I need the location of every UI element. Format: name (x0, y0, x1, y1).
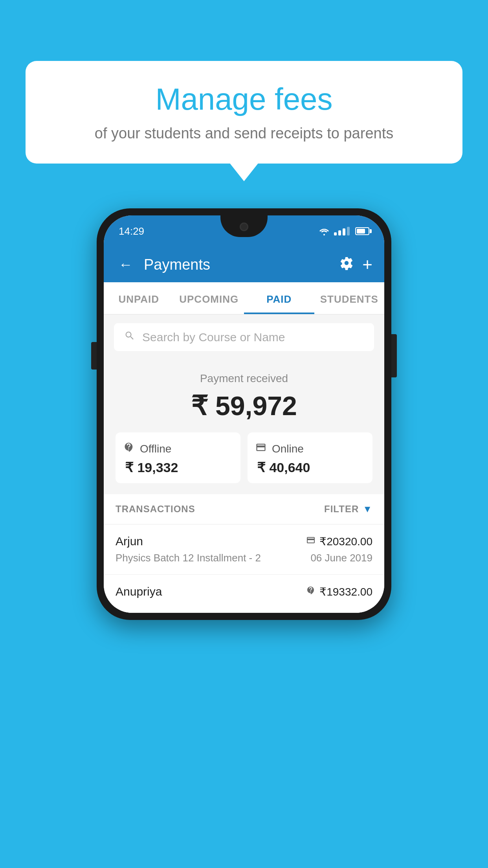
tab-paid[interactable]: PAID (244, 282, 314, 314)
notch-camera (240, 223, 248, 231)
transaction-bottom: Physics Batch 12 Installment - 2 06 June… (116, 552, 372, 564)
notch-cutout (220, 215, 268, 237)
transaction-amount: ₹20320.00 (306, 535, 372, 548)
tabs-container: UNPAID UPCOMING PAID STUDENTS (104, 282, 384, 314)
wifi-icon (318, 227, 330, 235)
status-icons (318, 227, 369, 235)
online-card: Online ₹ 40,640 (248, 432, 372, 483)
filter-label: FILTER (324, 504, 359, 515)
battery-icon (355, 227, 369, 235)
student-name: Arjun (116, 535, 143, 548)
status-time: 14:29 (119, 225, 144, 237)
student-name: Anupriya (116, 585, 162, 598)
bubble-subtitle: of your students and send receipts to pa… (49, 125, 439, 142)
filter-button[interactable]: FILTER ▼ (324, 504, 372, 515)
phone-device: 14:29 (97, 208, 391, 620)
status-bar: 14:29 (104, 215, 384, 247)
search-container: Search by Course or Name (104, 314, 384, 360)
filter-icon: ▼ (363, 504, 372, 515)
card-payment-icon (255, 442, 266, 456)
tab-unpaid[interactable]: UNPAID (104, 282, 174, 314)
offline-card-top: Offline (123, 442, 233, 456)
payment-total-amount: ₹ 59,972 (116, 390, 372, 421)
search-placeholder: Search by Course or Name (142, 331, 285, 344)
search-bar[interactable]: Search by Course or Name (114, 323, 374, 351)
online-amount: ₹ 40,640 (255, 460, 365, 475)
payment-cards: Offline ₹ 19,332 (116, 432, 372, 483)
phone-outer: 14:29 (97, 208, 391, 620)
online-payment-icon (306, 535, 316, 547)
speech-bubble: Manage fees of your students and send re… (26, 61, 462, 164)
transaction-row[interactable]: Arjun ₹20320.00 Physics Batch 12 Install… (104, 524, 384, 575)
payment-received-label: Payment received (116, 372, 372, 385)
amount-value: ₹20320.00 (319, 535, 372, 548)
course-info: Physics Batch 12 Installment - 2 (116, 552, 261, 564)
tab-upcoming[interactable]: UPCOMING (174, 282, 244, 314)
speech-bubble-container: Manage fees of your students and send re… (26, 61, 462, 164)
offline-amount: ₹ 19,332 (123, 460, 233, 475)
signal-icon (334, 227, 350, 235)
settings-icon[interactable] (339, 256, 354, 273)
search-icon (124, 330, 135, 344)
payment-summary: Payment received ₹ 59,972 Off (104, 360, 384, 494)
add-icon[interactable]: + (362, 255, 372, 274)
transactions-label: TRANSACTIONS (116, 504, 195, 515)
offline-label: Offline (140, 443, 171, 455)
offline-payment-icon (306, 586, 316, 598)
header-actions: + (339, 255, 372, 274)
page-title: Payments (144, 256, 332, 273)
phone-screen: 14:29 (104, 215, 384, 613)
transaction-date: 06 June 2019 (310, 552, 372, 564)
transaction-amount: ₹19332.00 (306, 585, 372, 598)
tab-students[interactable]: STUDENTS (314, 282, 385, 314)
transaction-top: Anupriya ₹19332.00 (116, 585, 372, 598)
online-card-top: Online (255, 442, 365, 456)
bubble-title: Manage fees (49, 83, 439, 116)
offline-card: Offline ₹ 19,332 (116, 432, 240, 483)
offline-icon (123, 442, 134, 456)
transaction-row[interactable]: Anupriya ₹19332.00 (104, 575, 384, 613)
transactions-header: TRANSACTIONS FILTER ▼ (104, 494, 384, 524)
transaction-top: Arjun ₹20320.00 (116, 535, 372, 548)
app-header: ← Payments + (104, 247, 384, 282)
back-button[interactable]: ← (116, 253, 136, 276)
amount-value: ₹19332.00 (319, 585, 372, 598)
online-label: Online (272, 443, 304, 455)
